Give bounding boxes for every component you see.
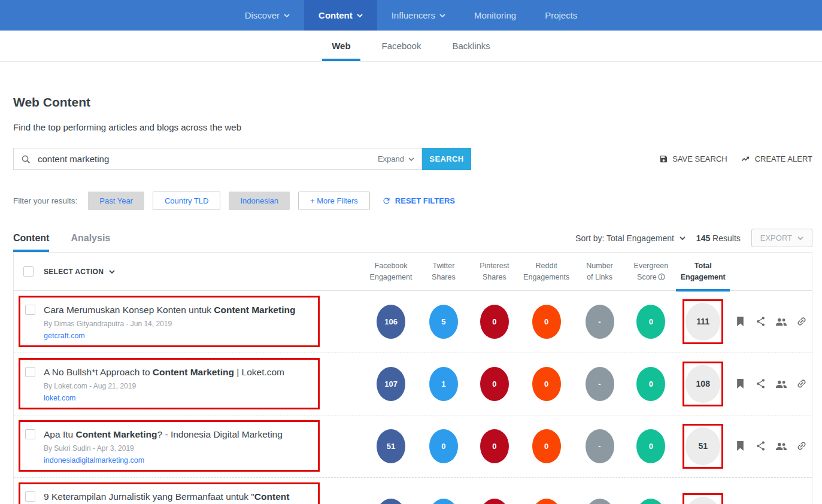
tab-analysis[interactable]: Analysis (71, 233, 114, 252)
number-of-links-badge: - (586, 367, 614, 401)
save-search-button[interactable]: SAVE SEARCH (659, 154, 727, 163)
article-title-link[interactable]: Apa Itu Content Marketing? - Indonesia D… (44, 427, 283, 442)
header-total-engagement[interactable]: TotalEngagement (676, 253, 730, 291)
article-title-link[interactable]: Cara Merumuskan Konsep Konten untuk Cont… (44, 303, 295, 317)
row-checkbox[interactable] (25, 429, 35, 439)
twitter-shares-badge: 26 (429, 499, 458, 504)
bookmark-button[interactable] (735, 316, 746, 327)
search-input[interactable]: content marketing Expand (13, 148, 422, 170)
header-reddit-engagements[interactable]: RedditEngagements (520, 253, 574, 291)
evergreen-score-badge: 0 (636, 499, 665, 504)
filter-chip-country-tld[interactable]: Country TLD (153, 192, 220, 210)
highlight-box-title: Apa Itu Content Marketing? - Indonesia D… (19, 420, 320, 472)
row-checkbox[interactable] (25, 367, 35, 377)
total-engagement-badge: 108 (685, 365, 720, 403)
select-action-dropdown[interactable]: SELECT ACTION (44, 268, 115, 276)
evergreen-score-badge: 0 (636, 429, 665, 463)
pinterest-shares-badge: 0 (480, 305, 509, 339)
chevron-down-icon (408, 157, 414, 161)
filter-chip-indonesian[interactable]: Indonesian (229, 192, 290, 210)
reddit-engagements-badge: 0 (532, 429, 561, 463)
reset-filters-button[interactable]: RESET FILTERS (382, 196, 455, 205)
filter-label: Filter your results: (13, 196, 77, 205)
article-domain-link[interactable]: indonesiadigitalmarketing.com (44, 456, 283, 464)
nav-item-projects[interactable]: Projects (530, 0, 592, 31)
bookmark-icon (736, 379, 744, 388)
tab-backlinks[interactable]: Backlinks (450, 31, 492, 61)
article-domain-link[interactable]: getcraft.com (44, 332, 295, 340)
tab-web[interactable]: Web (329, 31, 353, 61)
page-subtitle: Find the top performing articles and blo… (13, 122, 822, 132)
article-title-link[interactable]: 9 Keterampilan Jurnalistik yang Bermanfa… (44, 490, 313, 504)
view-links-button[interactable] (794, 314, 809, 329)
facebook-engagement-badge: 12 (377, 499, 405, 504)
twitter-shares-badge: 1 (429, 367, 458, 401)
header-facebook-engagement[interactable]: FacebookEngagement (364, 253, 418, 291)
link-icon (794, 314, 809, 329)
nav-item-influencers[interactable]: Influencers (377, 0, 460, 31)
share-button[interactable] (756, 378, 766, 389)
nav-item-monitoring[interactable]: Monitoring (460, 0, 530, 31)
row-checkbox[interactable] (25, 305, 35, 315)
nav-monitoring-label: Monitoring (474, 10, 516, 20)
pinterest-shares-badge: 0 (480, 499, 509, 504)
select-all-checkbox[interactable] (23, 266, 34, 277)
table-row: A No Bullsh*t Approach to Content Market… (14, 353, 812, 415)
info-icon[interactable] (658, 274, 665, 281)
nav-item-content[interactable]: Content (304, 0, 377, 31)
share-button[interactable] (756, 441, 766, 451)
article-title-link[interactable]: A No Bullsh*t Approach to Content Market… (44, 365, 284, 379)
tab-analysis-label: Analysis (71, 233, 110, 243)
bookmark-button[interactable] (735, 441, 746, 451)
export-button[interactable]: EXPORT (751, 229, 812, 247)
filter-chip-past-year[interactable]: Past Year (88, 192, 144, 210)
influencers-button[interactable] (776, 378, 787, 389)
share-icon (756, 441, 765, 451)
article-domain-link[interactable]: loket.com (44, 394, 284, 402)
more-filters-button[interactable]: + More Filters (298, 192, 370, 210)
view-links-button[interactable] (794, 376, 809, 391)
share-button[interactable] (756, 316, 766, 327)
highlight-box-title: 9 Keterampilan Jurnalistik yang Bermanfa… (19, 482, 320, 504)
facebook-engagement-badge: 106 (377, 305, 405, 339)
highlight-box-title: Cara Merumuskan Konsep Konten untuk Cont… (19, 296, 320, 347)
twitter-shares-badge: 0 (429, 429, 458, 463)
search-button[interactable]: SEARCH (422, 148, 471, 170)
table-row: 9 Keterampilan Jurnalistik yang Bermanfa… (14, 477, 812, 504)
nav-item-discover[interactable]: Discover (230, 0, 304, 31)
chevron-down-icon (357, 14, 363, 17)
reddit-engagements-badge: 0 (532, 305, 561, 339)
header-pinterest-shares[interactable]: PinterestShares (469, 253, 520, 291)
create-alert-label: CREATE ALERT (755, 154, 812, 163)
twitter-shares-badge: 5 (429, 305, 458, 339)
bookmark-button[interactable] (735, 378, 746, 389)
highlight-box-title: A No Bullsh*t Approach to Content Market… (19, 358, 320, 409)
article-byline: By Loket.com - Aug 21, 2019 (44, 382, 284, 390)
row-checkbox[interactable] (25, 491, 35, 502)
header-twitter-shares[interactable]: TwitterShares (418, 253, 469, 291)
sub-navbar: Web Facebook Backlinks (0, 31, 822, 62)
table-header: SELECT ACTION FacebookEngagement Twitter… (14, 253, 812, 291)
highlight-box-total: 108 (683, 362, 723, 406)
sorted-column-underline (676, 289, 730, 292)
influencers-button[interactable] (776, 441, 787, 451)
expand-dropdown[interactable]: Expand (378, 154, 414, 163)
header-number-of-links[interactable]: Numberof Links (574, 253, 626, 291)
tab-content-results[interactable]: Content (13, 233, 53, 252)
table-row: Apa Itu Content Marketing? - Indonesia D… (14, 415, 812, 477)
results-table: SELECT ACTION FacebookEngagement Twitter… (13, 252, 812, 504)
chevron-down-icon (680, 236, 685, 240)
header-evergreen-score[interactable]: EvergreenScore (626, 253, 676, 291)
create-alert-button[interactable]: CREATE ALERT (741, 154, 812, 163)
view-links-button[interactable] (794, 438, 809, 453)
sort-by-dropdown[interactable]: Sort by: Total Engagement (575, 233, 685, 243)
active-tab-underline (322, 59, 360, 61)
results-count-word: Results (712, 233, 741, 243)
tab-facebook[interactable]: Facebook (380, 31, 424, 61)
chevron-down-icon (797, 236, 803, 240)
total-engagement-badge: 38 (685, 497, 720, 504)
influencers-button[interactable] (776, 316, 787, 327)
search-icon (21, 154, 31, 164)
total-engagement-badge: 51 (685, 427, 720, 465)
number-of-links-badge: - (586, 305, 614, 339)
